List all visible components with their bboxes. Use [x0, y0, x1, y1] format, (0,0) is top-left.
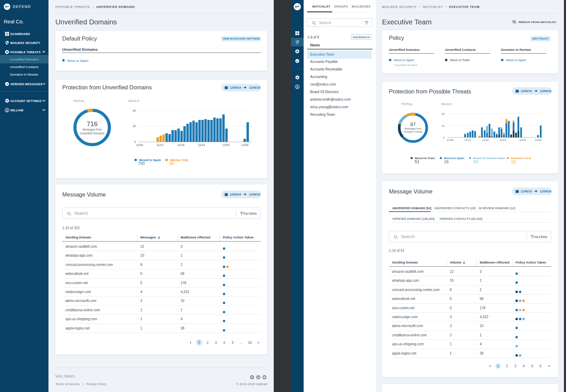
svg-text:0: 0 — [134, 140, 136, 144]
svg-text:10: 10 — [442, 124, 445, 127]
svg-text:11/12: 11/12 — [464, 138, 471, 142]
svg-text:87: 87 — [410, 122, 416, 127]
svg-text:Possible Threats: Possible Threats — [404, 130, 422, 133]
svg-text:20: 20 — [442, 112, 445, 115]
svg-text:Messages from: Messages from — [404, 127, 421, 130]
svg-text:11/06: 11/06 — [447, 138, 454, 142]
svg-text:0: 0 — [443, 136, 445, 139]
svg-text:Messages from: Messages from — [83, 128, 102, 131]
svg-text:11/12: 11/12 — [156, 143, 164, 147]
svg-text:12/06: 12/06 — [535, 138, 542, 142]
svg-text:11/18: 11/18 — [482, 138, 489, 142]
svg-text:12/06: 12/06 — [241, 143, 249, 147]
svg-text:11/24: 11/24 — [499, 138, 506, 142]
svg-text:12/02: 12/02 — [222, 143, 230, 147]
svg-text:11/18: 11/18 — [177, 143, 185, 147]
svg-text:11/06: 11/06 — [136, 143, 143, 147]
svg-text:716: 716 — [87, 120, 98, 127]
svg-text:12/02: 12/02 — [519, 138, 526, 142]
svg-text:40: 40 — [133, 109, 136, 112]
svg-text:11/24: 11/24 — [198, 143, 205, 147]
svg-text:20: 20 — [133, 124, 136, 128]
svg-text:Unverified Domains: Unverified Domains — [80, 132, 104, 135]
